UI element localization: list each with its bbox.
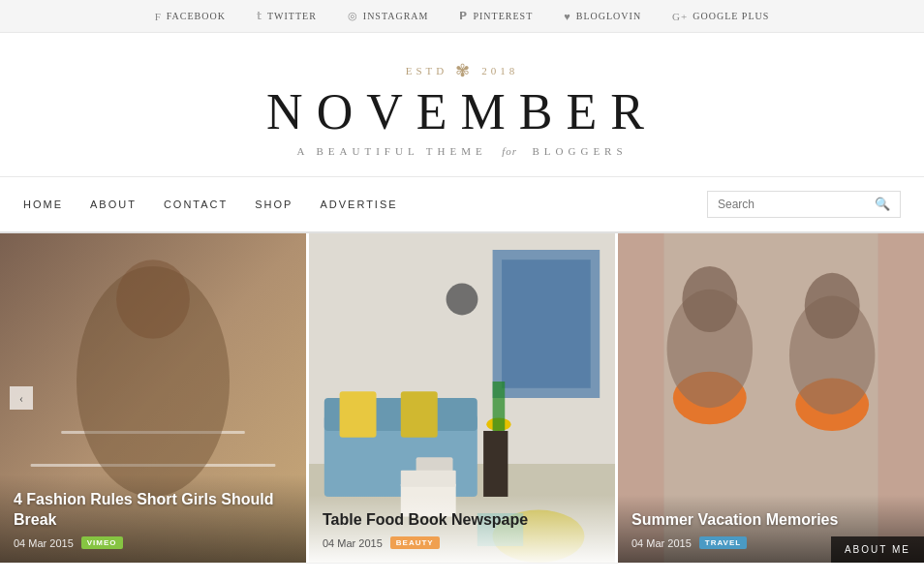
about-me-button[interactable]: ABOUT ME — [831, 536, 924, 563]
estd-line: ESTD ✾ 2018 — [19, 60, 905, 81]
image-grid: ‹ 4 Fashion Rules Short Girls Should Bre… — [0, 233, 924, 563]
grid-overlay-1: Table Food Book Newspape 04 Mar 2015 BEA… — [309, 495, 615, 563]
grid-meta-0: 04 Mar 2015 VIMEO — [14, 536, 293, 549]
ornament-icon: ✾ — [455, 60, 474, 81]
twitter-icon: 𝕥 — [257, 10, 262, 22]
site-subtitle: A BEAUTIFUL THEME for Bloggers — [19, 145, 905, 157]
grid-item-2[interactable]: Summer Vacation Memories 04 Mar 2015 TRA… — [618, 233, 924, 563]
image-grid-wrapper: ‹ 4 Fashion Rules Short Girls Should Bre… — [0, 233, 924, 563]
nav-contact[interactable]: CONTACT — [164, 199, 228, 210]
facebook-label: FACEBOOK — [167, 11, 226, 21]
pinterest-label: PINTEREST — [473, 11, 533, 21]
svg-rect-13 — [401, 391, 438, 438]
grid-overlay-0: 4 Fashion Rules Short Girls Should Break… — [0, 474, 306, 563]
bloglovin-label: BLOGLOVIN — [576, 11, 641, 21]
googleplus-icon: G+ — [672, 11, 688, 22]
svg-rect-9 — [502, 260, 591, 388]
instagram-label: INSTAGRAM — [363, 11, 429, 21]
social-bar: f FACEBOOK 𝕥 TWITTER ◎ INSTAGRAM 𝗣 PINTE… — [0, 0, 924, 33]
svg-point-18 — [447, 284, 478, 316]
prev-arrow[interactable]: ‹ — [10, 386, 33, 410]
grid-badge-1[interactable]: BEAUTY — [390, 536, 440, 549]
googleplus-label: GOOGLE PLUS — [693, 11, 769, 21]
grid-title-0: 4 Fashion Rules Short Girls Should Break — [14, 490, 293, 531]
site-header: ESTD ✾ 2018 NOVEMBER A BEAUTIFUL THEME f… — [0, 33, 924, 176]
googleplus-link[interactable]: G+ GOOGLE PLUS — [672, 11, 769, 22]
grid-item-1[interactable]: Table Food Book Newspape 04 Mar 2015 BEA… — [309, 233, 618, 563]
bloglovin-icon: ♥ — [564, 11, 571, 22]
subtitle-for: for — [502, 145, 517, 157]
grid-item-0[interactable]: ‹ 4 Fashion Rules Short Girls Should Bre… — [0, 233, 309, 563]
svg-point-28 — [682, 266, 737, 332]
nav-links: HOME ABOUT CONTACT SHOP ADVERTISE — [23, 199, 398, 210]
svg-point-4 — [116, 260, 190, 339]
pinterest-link[interactable]: 𝗣 PINTEREST — [459, 10, 533, 22]
nav-shop[interactable]: SHOP — [255, 199, 293, 210]
subtitle-a: A BEAUTIFUL THEME — [296, 145, 486, 157]
twitter-label: TWITTER — [267, 11, 317, 21]
svg-point-30 — [805, 273, 860, 339]
search-icon[interactable]: 🔍 — [875, 197, 890, 212]
subtitle-b: Bloggers — [533, 145, 628, 157]
svg-rect-20 — [401, 471, 456, 487]
svg-rect-17 — [493, 382, 506, 431]
grid-title-2: Summer Vacation Memories — [631, 510, 910, 531]
instagram-icon: ◎ — [348, 10, 358, 22]
svg-rect-12 — [340, 391, 377, 438]
grid-badge-0[interactable]: VIMEO — [81, 536, 123, 549]
facebook-icon: f — [155, 11, 162, 22]
bloglovin-link[interactable]: ♥ BLOGLOVIN — [564, 11, 641, 22]
site-title[interactable]: NOVEMBER — [19, 87, 905, 138]
main-nav: HOME ABOUT CONTACT SHOP ADVERTISE 🔍 — [0, 176, 924, 233]
grid-date-0: 04 Mar 2015 — [14, 537, 74, 549]
search-box: 🔍 — [707, 191, 901, 218]
facebook-link[interactable]: f FACEBOOK — [155, 11, 226, 22]
instagram-link[interactable]: ◎ INSTAGRAM — [348, 10, 429, 22]
grid-meta-1: 04 Mar 2015 BEAUTY — [323, 536, 601, 549]
nav-about[interactable]: ABOUT — [90, 199, 137, 210]
grid-date-2: 04 Mar 2015 — [631, 537, 692, 549]
grid-date-1: 04 Mar 2015 — [323, 537, 383, 549]
pinterest-icon: 𝗣 — [459, 10, 468, 22]
estd-year: 2018 — [481, 65, 518, 76]
estd-label: ESTD — [406, 65, 448, 76]
grid-badge-2[interactable]: TRAVEL — [699, 536, 747, 549]
nav-home[interactable]: HOME — [23, 199, 63, 210]
twitter-link[interactable]: 𝕥 TWITTER — [257, 10, 317, 22]
grid-title-1: Table Food Book Newspape — [323, 510, 601, 531]
svg-rect-14 — [483, 431, 508, 497]
bottom-bar: FASHION — [0, 563, 924, 581]
nav-advertise[interactable]: ADVERTISE — [320, 199, 397, 210]
search-input[interactable] — [718, 198, 875, 211]
